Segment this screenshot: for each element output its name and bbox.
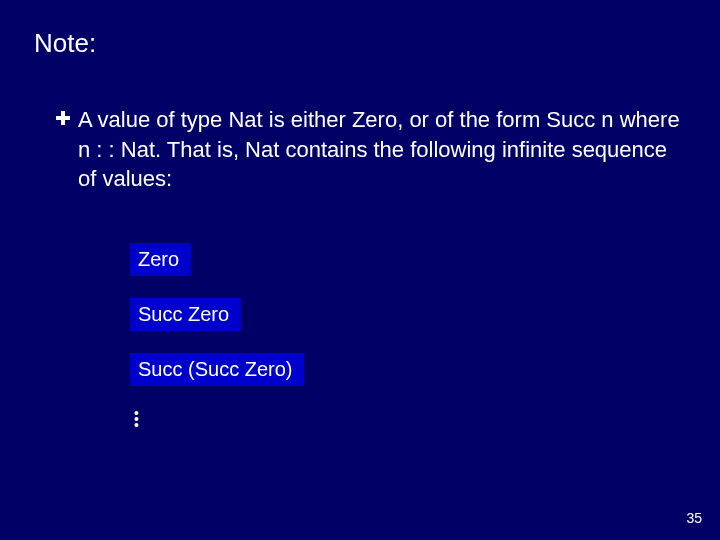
page-number: 35: [686, 510, 702, 526]
cross-bullet-icon: [56, 111, 72, 127]
list-item: Succ (Succ Zero): [130, 353, 304, 408]
example-code: Zero: [130, 243, 191, 276]
list-item: Zero: [130, 243, 304, 298]
vertical-ellipsis-icon: •••: [134, 410, 139, 428]
bullet-item: A value of type Nat is either Zero, or o…: [56, 105, 680, 194]
slide-title: Note:: [34, 28, 96, 59]
bullet-block: A value of type Nat is either Zero, or o…: [56, 105, 680, 194]
example-list: Zero Succ Zero Succ (Succ Zero): [130, 243, 304, 408]
list-item: Succ Zero: [130, 298, 304, 353]
example-code: Succ Zero: [130, 298, 241, 331]
bullet-text: A value of type Nat is either Zero, or o…: [78, 105, 680, 194]
example-code: Succ (Succ Zero): [130, 353, 304, 386]
